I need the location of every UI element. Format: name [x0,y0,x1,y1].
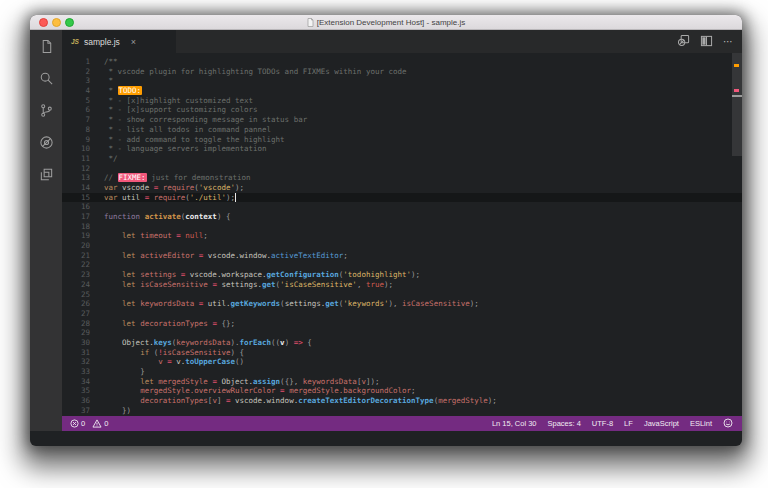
line-number[interactable]: 17 [62,212,90,222]
line-number[interactable]: 33 [62,367,90,377]
line-number[interactable]: 15 [62,193,90,203]
line-number[interactable]: 2 [62,67,90,77]
activity-item-explorer[interactable] [37,37,55,55]
code-line-11[interactable]: 11 */ [62,154,742,164]
line-number[interactable]: 4 [62,86,90,96]
minimize-window-button[interactable] [52,18,61,27]
status-eol[interactable]: LF [624,419,633,428]
code-line-32[interactable]: 32 v = v.toUpperCase() [62,357,742,367]
code-line-38[interactable]: 38 [62,415,742,416]
code-line-9[interactable]: 9 * - add command to toggle the highligh… [62,135,742,145]
feedback-button[interactable] [723,418,733,430]
line-number[interactable]: 3 [62,76,90,86]
code-line-25[interactable]: 25 [62,290,742,300]
code-line-34[interactable]: 34 let mergedStyle = Object.assign({}, k… [62,377,742,387]
overview-ruler[interactable] [732,53,742,416]
status-cursor-position[interactable]: Ln 15, Col 30 [492,419,537,428]
line-number[interactable]: 34 [62,377,90,387]
code-line-31[interactable]: 31 if (!isCaseSensitive) { [62,348,742,358]
line-number[interactable]: 26 [62,299,90,309]
line-number[interactable]: 6 [62,105,90,115]
zoom-window-button[interactable] [65,18,74,27]
status-eslint[interactable]: ESLint [690,419,712,428]
line-number[interactable]: 16 [62,202,90,212]
code-line-33[interactable]: 33 } [62,367,742,377]
line-number[interactable]: 35 [62,386,90,396]
line-number[interactable]: 19 [62,231,90,241]
code-line-8[interactable]: 8 * - list all todos in command pannel [62,125,742,135]
line-number[interactable]: 25 [62,290,90,300]
code-line-15[interactable]: 15var util = require('./util'); [62,193,742,203]
code-editor[interactable]: 1/**2 * vscode plugin for highlighting T… [62,53,742,416]
line-number[interactable]: 22 [62,260,90,270]
activity-item-source-control[interactable] [37,101,55,119]
line-number[interactable]: 28 [62,319,90,329]
code-line-2[interactable]: 2 * vscode plugin for highlighting TODOs… [62,67,742,77]
code-line-29[interactable]: 29 [62,328,742,338]
line-number[interactable]: 20 [62,241,90,251]
activity-item-search[interactable] [37,69,55,87]
code-line-30[interactable]: 30 Object.keys(keywordsData).forEach((v)… [62,338,742,348]
code-line-20[interactable]: 20 [62,241,742,251]
line-number[interactable]: 1 [62,57,90,67]
code-line-27[interactable]: 27 [62,309,742,319]
line-number[interactable]: 30 [62,338,90,348]
line-number[interactable]: 7 [62,115,90,125]
code-line-35[interactable]: 35 mergedStyle.overviewRulerColor = merg… [62,386,742,396]
code-line-13[interactable]: 13// FIXME: just for demonstration [62,173,742,183]
code-line-36[interactable]: 36 decorationTypes[v] = vscode.window.cr… [62,396,742,406]
tab-sample-js[interactable]: JS sample.js × [62,30,176,53]
scrollbar-thumb[interactable] [732,53,742,156]
line-number[interactable]: 23 [62,270,90,280]
line-number[interactable]: 11 [62,154,90,164]
code-line-6[interactable]: 6 * - [x]support customizing colors [62,105,742,115]
open-changes-button[interactable] [677,33,690,51]
line-number[interactable]: 36 [62,396,90,406]
line-number[interactable]: 37 [62,406,90,416]
code-line-4[interactable]: 4 * TODO: [62,86,742,96]
code-line-3[interactable]: 3 * [62,76,742,86]
more-actions-button[interactable]: ⋯ [723,37,734,47]
line-number[interactable]: 14 [62,183,90,193]
line-number[interactable]: 27 [62,309,90,319]
line-number[interactable]: 38 [62,415,90,416]
activity-item-extensions[interactable] [37,165,55,183]
line-number[interactable]: 8 [62,125,90,135]
line-number[interactable]: 5 [62,96,90,106]
code-line-16[interactable]: 16 [62,202,742,212]
code-line-28[interactable]: 28 let decorationTypes = {}; [62,319,742,329]
code-line-1[interactable]: 1/** [62,57,742,67]
activity-item-debug[interactable] [37,133,55,151]
tab-close-icon[interactable]: × [131,37,136,47]
line-number[interactable]: 18 [62,222,90,232]
split-editor-button[interactable] [700,33,713,51]
code-line-21[interactable]: 21 let activeEditor = vscode.window.acti… [62,251,742,261]
line-number[interactable]: 32 [62,357,90,367]
code-line-14[interactable]: 14var vscode = require('vscode'); [62,183,742,193]
code-line-7[interactable]: 7 * - show corresponding message in stat… [62,115,742,125]
status-indentation[interactable]: Spaces: 4 [548,419,581,428]
problems-indicator[interactable]: 0 0 [70,419,108,428]
code-line-19[interactable]: 19 let timeout = null; [62,231,742,241]
line-number[interactable]: 31 [62,348,90,358]
close-window-button[interactable] [39,18,48,27]
line-number[interactable]: 10 [62,144,90,154]
code-line-22[interactable]: 22 [62,260,742,270]
code-line-24[interactable]: 24 let isCaseSensitive = settings.get('i… [62,280,742,290]
code-line-10[interactable]: 10 * - language servers implementation [62,144,742,154]
code-line-26[interactable]: 26 let keywordsData = util.getKeywords(s… [62,299,742,309]
code-line-18[interactable]: 18 [62,222,742,232]
code-line-17[interactable]: 17function activate(context) { [62,212,742,222]
line-number[interactable]: 21 [62,251,90,261]
line-number[interactable]: 13 [62,173,90,183]
line-number[interactable]: 12 [62,164,90,174]
line-number[interactable]: 24 [62,280,90,290]
code-line-37[interactable]: 37 }) [62,406,742,416]
title-bar[interactable]: [Extension Development Host] - sample.js [30,15,742,30]
status-encoding[interactable]: UTF-8 [592,419,613,428]
status-language-mode[interactable]: JavaScript [644,419,679,428]
code-line-5[interactable]: 5 * - [x]highlight customized text [62,96,742,106]
code-line-12[interactable]: 12 [62,164,742,174]
line-number[interactable]: 29 [62,328,90,338]
code-line-23[interactable]: 23 let settings = vscode.workspace.getCo… [62,270,742,280]
